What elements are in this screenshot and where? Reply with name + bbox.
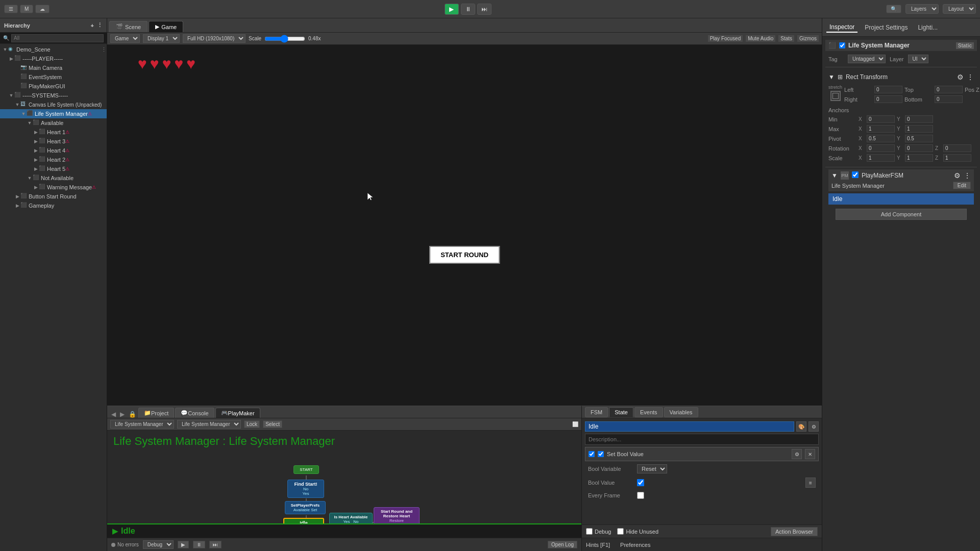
tag-dropdown[interactable]: Untagged xyxy=(848,55,886,63)
fsm-canvas[interactable]: START Find Start! No Yes SetPlayerPrefs … xyxy=(107,450,581,523)
cloud-button[interactable]: ☁ xyxy=(35,5,50,13)
top-input[interactable] xyxy=(935,86,963,93)
fsm-node-idle[interactable]: Idle Start Round xyxy=(283,518,324,523)
lock-icon[interactable]: 🔒 xyxy=(127,411,138,418)
rect-settings-icon[interactable]: ⚙ xyxy=(957,73,964,81)
stats-btn[interactable]: Stats xyxy=(778,35,794,42)
step-button[interactable]: ⏭ xyxy=(477,4,492,15)
pm-settings-icon[interactable]: ⚙ xyxy=(954,171,961,180)
left-input[interactable] xyxy=(874,86,902,93)
every-frame-checkbox[interactable] xyxy=(637,492,644,499)
layers-dropdown[interactable]: Layers xyxy=(905,4,939,14)
rot-z-input[interactable] xyxy=(943,144,971,152)
fsm-tab-events[interactable]: Events xyxy=(634,407,663,417)
next-btn[interactable]: ▶ xyxy=(118,411,127,418)
max-x-input[interactable] xyxy=(867,125,895,133)
bottom-input[interactable] xyxy=(935,95,963,103)
hierarchy-item-heart2[interactable]: ▶ ⬛ Heart 2 ⚠ xyxy=(0,155,107,164)
fsm-name2-dropdown[interactable]: Life System Manager xyxy=(177,420,241,429)
resolution-dropdown[interactable]: Full HD (980x551) xyxy=(183,34,246,43)
play-focused-btn[interactable]: Play Focused xyxy=(708,35,743,42)
fsm-name-dropdown[interactable]: Life System Manager xyxy=(110,420,174,429)
hierarchy-add-btn[interactable]: + xyxy=(91,22,94,29)
action-enabled-checkbox[interactable] xyxy=(589,451,595,457)
hierarchy-item-button-start[interactable]: ▶ ⬛ Button Start Round xyxy=(0,192,107,201)
fsm-tab-variables[interactable]: Variables xyxy=(664,407,698,417)
hierarchy-item-systems[interactable]: ▼ ⬛ -----SYSTEMS----- xyxy=(0,91,107,100)
rot-x-input[interactable] xyxy=(867,144,895,152)
fsm-node-start[interactable]: START xyxy=(293,465,319,474)
pause-button[interactable]: ⏸ xyxy=(461,4,475,15)
state-color-btn[interactable]: 🎨 xyxy=(796,421,806,432)
pivot-x-input[interactable] xyxy=(867,135,895,142)
pm-enabled-checkbox[interactable] xyxy=(852,171,859,178)
play-button[interactable]: ▶ xyxy=(445,4,459,15)
pm-more-icon[interactable]: ⋮ xyxy=(964,171,971,180)
hierarchy-item-available[interactable]: ▼ ⬛ Available xyxy=(0,118,107,128)
action-delete-btn[interactable]: ✕ xyxy=(805,449,815,459)
hierarchy-item-demo-scene[interactable]: ▼ ◉ Demo_Scene ⋮ xyxy=(0,45,107,54)
step-footer-btn[interactable]: ⏭ xyxy=(209,541,222,548)
fsm-node-setplayerprefs[interactable]: SetPlayerPrefs Available Set xyxy=(285,501,326,514)
bool-variable-dropdown[interactable]: Reset xyxy=(637,464,667,473)
project-tab[interactable]: 📁 Project xyxy=(138,408,174,418)
max-y-input[interactable] xyxy=(905,125,933,133)
scale-x-input[interactable] xyxy=(867,154,895,162)
right-input[interactable] xyxy=(874,95,902,103)
lock-button[interactable]: Lock xyxy=(244,420,260,428)
action-browser-button[interactable]: Action Browser xyxy=(771,527,818,536)
hierarchy-item-canvas[interactable]: ▼ 🖼 Canvas Life System (Unpacked) xyxy=(0,100,107,109)
hierarchy-item-event-system[interactable]: ⬛ EventSystem xyxy=(0,72,107,82)
hierarchy-item-warning-message[interactable]: ▶ ⬛ Warning Message ⚠ xyxy=(0,183,107,192)
open-log-btn[interactable]: Open Log xyxy=(548,541,577,548)
maximize-btn[interactable]: ⬜ xyxy=(572,421,578,427)
fsm-node-is-heart-available[interactable]: Is Heart Available Yes No xyxy=(329,513,373,523)
inspector-tab[interactable]: Inspector xyxy=(826,22,857,33)
scale-z-input[interactable] xyxy=(943,154,971,162)
hierarchy-item-main-camera[interactable]: 📷 Main Camera xyxy=(0,63,107,72)
fsm-node-start-round[interactable]: Start Round and Restore Heart Restore xyxy=(374,507,420,523)
mute-audio-btn[interactable]: Mute Audio xyxy=(746,35,775,42)
hierarchy-item-player[interactable]: ▶ ⬛ -----PLAYER----- xyxy=(0,54,107,63)
edit-button[interactable]: Edit xyxy=(953,182,971,189)
pause-footer-btn[interactable]: ⏸ xyxy=(193,541,205,548)
menu-button[interactable]: ☰ xyxy=(4,5,18,13)
game-tab[interactable]: ▶ Game xyxy=(149,21,183,32)
project-settings-tab[interactable]: Project Settings xyxy=(862,23,911,32)
description-input[interactable] xyxy=(585,434,819,445)
min-y-input[interactable] xyxy=(905,115,933,123)
hierarchy-search-input[interactable] xyxy=(11,34,104,42)
hierarchy-item-playmaker-gui[interactable]: ⬛ PlayMakerGUI xyxy=(0,82,107,91)
gizmos-btn[interactable]: Gizmos xyxy=(797,35,819,42)
debug-checkbox[interactable] xyxy=(586,528,593,535)
anchor-widget[interactable] xyxy=(830,91,841,101)
start-round-button[interactable]: START ROUND xyxy=(429,246,500,264)
fsm-node-findstart[interactable]: Find Start! No Yes xyxy=(287,480,324,498)
action-settings-btn[interactable]: ⚙ xyxy=(792,449,802,459)
hierarchy-item-heart3[interactable]: ▶ ⬛ Heart 3 ⚠ xyxy=(0,137,107,146)
fsm-tab-state[interactable]: State xyxy=(609,407,633,417)
open-log-button[interactable]: Open Log xyxy=(548,541,577,548)
preferences-button[interactable]: Preferences xyxy=(620,542,650,548)
hierarchy-item-gameplay[interactable]: ▶ ⬛ Gameplay xyxy=(0,201,107,210)
scene-tab[interactable]: 🎬 Scene xyxy=(109,21,148,32)
game-label-dropdown[interactable]: Game xyxy=(110,34,140,43)
display-dropdown[interactable]: Display 1 xyxy=(143,34,180,43)
state-name-input[interactable] xyxy=(585,421,794,432)
min-x-input[interactable] xyxy=(867,115,895,123)
playmaker-tab[interactable]: 🎮 PlayMaker xyxy=(215,408,260,418)
stretch-indicator[interactable]: stretch xyxy=(828,85,842,101)
hierarchy-menu-btn[interactable]: ⋮ xyxy=(97,22,103,29)
scale-slider[interactable] xyxy=(264,35,305,43)
lighting-tab[interactable]: Lighti... xyxy=(915,23,941,32)
pivot-y-input[interactable] xyxy=(905,135,933,142)
fsm-tab-fsm[interactable]: FSM xyxy=(585,407,608,417)
m-button[interactable]: M xyxy=(20,5,33,13)
hierarchy-item-heart5[interactable]: ▶ ⬛ Heart 5 ⚠ xyxy=(0,164,107,173)
play-footer-btn[interactable]: ▶ xyxy=(178,541,189,548)
search-button[interactable]: 🔍 xyxy=(886,5,901,13)
hierarchy-item-life-system-manager[interactable]: ▼ ⬛ Life System Manager ⚠ xyxy=(0,109,107,118)
component-enabled-checkbox[interactable] xyxy=(839,42,845,48)
bool-value-menu-btn[interactable]: ≡ xyxy=(805,478,816,488)
select-button[interactable]: Select xyxy=(263,420,282,428)
